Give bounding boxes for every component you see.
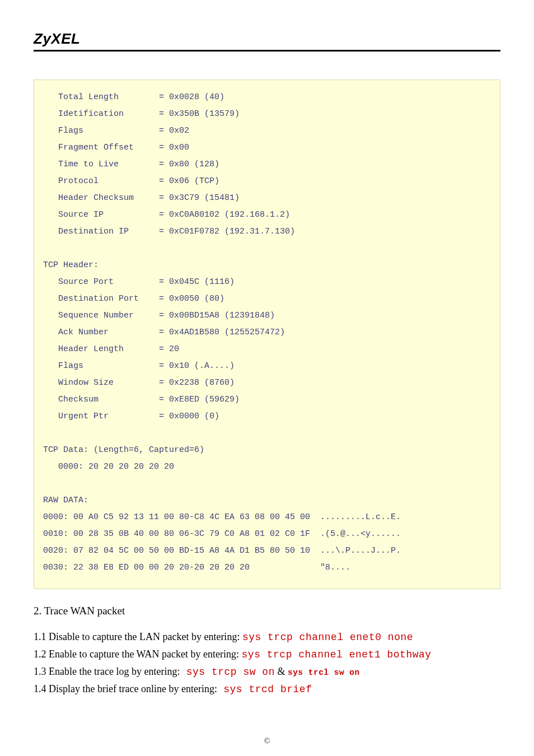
step-text: &	[275, 666, 288, 677]
footer-copyright: ©	[34, 737, 500, 746]
packet-dump-codebox: Total Length = 0x0028 (40) Idetification…	[34, 80, 500, 589]
steps-block: 1.1 Disable to capture the LAN packet by…	[34, 629, 500, 698]
command-text: sys trcd brief	[217, 684, 312, 695]
command-text: sys trcl sw on	[288, 668, 360, 677]
step-text: 1.4 Display the brief trace online by en…	[34, 683, 217, 694]
step-line: 1.2 Enable to capture the WAN packet by …	[34, 647, 500, 663]
brand-rule	[34, 50, 500, 52]
step-line: 1.3 Enable the trace log by entering: sy…	[34, 664, 500, 680]
section-title: 2. Trace WAN packet	[34, 605, 500, 617]
step-line: 1.4 Display the brief trace online by en…	[34, 682, 500, 698]
command-text: sys trcp sw on	[180, 666, 275, 678]
step-text: 1.3 Enable the trace log by entering:	[34, 666, 180, 677]
step-text: 1.2 Enable to capture the WAN packet by …	[34, 648, 242, 660]
command-text: sys trcp channel enet1 bothway	[242, 649, 432, 660]
brand-logo: ZyXEL	[34, 30, 500, 49]
step-text: 1.1 Disable to capture the LAN packet by…	[34, 631, 242, 642]
step-line: 1.1 Disable to capture the LAN packet by…	[34, 629, 500, 646]
command-text: sys trcp channel enet0 none	[242, 632, 413, 643]
